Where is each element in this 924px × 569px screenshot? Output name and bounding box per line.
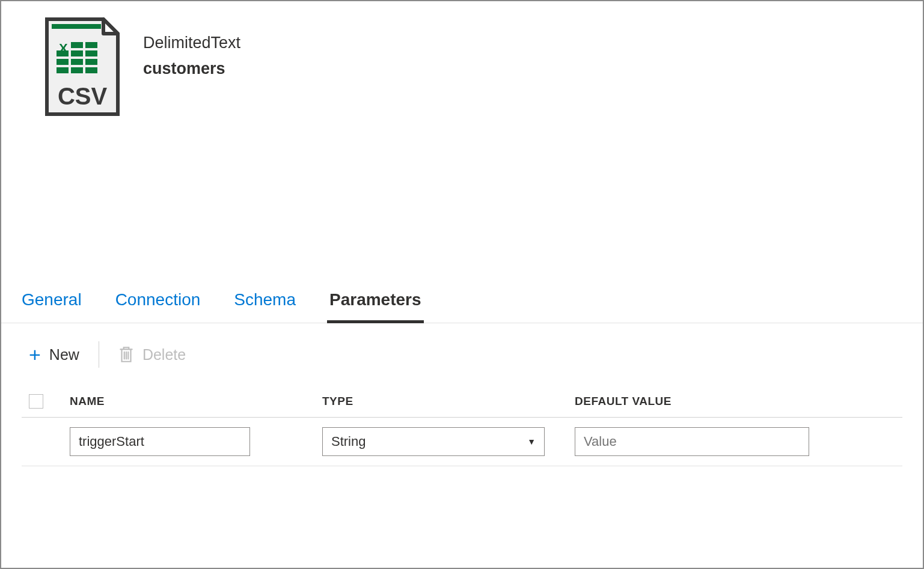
parameter-name-input[interactable] (70, 427, 250, 456)
delete-button-label: Delete (142, 346, 186, 364)
column-header-type: TYPE (322, 395, 575, 408)
new-button-label: New (49, 346, 79, 364)
dataset-name-label: customers (143, 59, 240, 78)
svg-rect-10 (57, 67, 69, 73)
parameters-table: NAME TYPE DEFAULT VALUE String ▼ (1, 386, 923, 466)
parameters-toolbar: + New Delete (1, 323, 923, 386)
tab-bar: General Connection Schema Parameters (1, 285, 923, 323)
parameter-type-select[interactable]: String ▼ (322, 427, 545, 456)
svg-rect-11 (71, 67, 83, 73)
tab-parameters[interactable]: Parameters (327, 285, 424, 323)
chevron-down-icon: ▼ (527, 437, 536, 446)
svg-rect-2 (71, 42, 83, 48)
tab-schema[interactable]: Schema (231, 285, 298, 323)
svg-rect-0 (52, 24, 101, 29)
svg-text:CSV: CSV (58, 83, 108, 109)
delete-button: Delete (118, 345, 186, 364)
plus-icon: + (29, 344, 41, 365)
svg-rect-6 (85, 50, 97, 56)
tab-general[interactable]: General (19, 285, 84, 323)
trash-icon (118, 345, 134, 364)
csv-file-icon: X CSV (43, 16, 121, 120)
new-button[interactable]: + New (29, 344, 79, 365)
svg-rect-9 (85, 59, 97, 65)
tab-connection[interactable]: Connection (113, 285, 203, 323)
dataset-header: X CSV DelimitedText customers (1, 1, 923, 126)
svg-rect-8 (71, 59, 83, 65)
parameter-default-input[interactable] (575, 427, 809, 456)
header-checkbox-cell (22, 394, 70, 409)
svg-rect-7 (57, 59, 69, 65)
dataset-info: DelimitedText customers (143, 34, 240, 78)
column-header-name: NAME (70, 395, 322, 408)
table-row: String ▼ (22, 418, 902, 466)
table-header-row: NAME TYPE DEFAULT VALUE (22, 386, 902, 418)
dataset-type-label: DelimitedText (143, 34, 240, 52)
svg-rect-12 (85, 67, 97, 73)
column-header-default: DEFAULT VALUE (575, 395, 902, 408)
select-all-checkbox[interactable] (29, 394, 43, 409)
svg-rect-3 (85, 42, 97, 48)
toolbar-divider (99, 341, 99, 368)
svg-rect-5 (71, 50, 83, 56)
svg-rect-4 (57, 50, 69, 56)
parameter-type-value: String (331, 434, 366, 449)
